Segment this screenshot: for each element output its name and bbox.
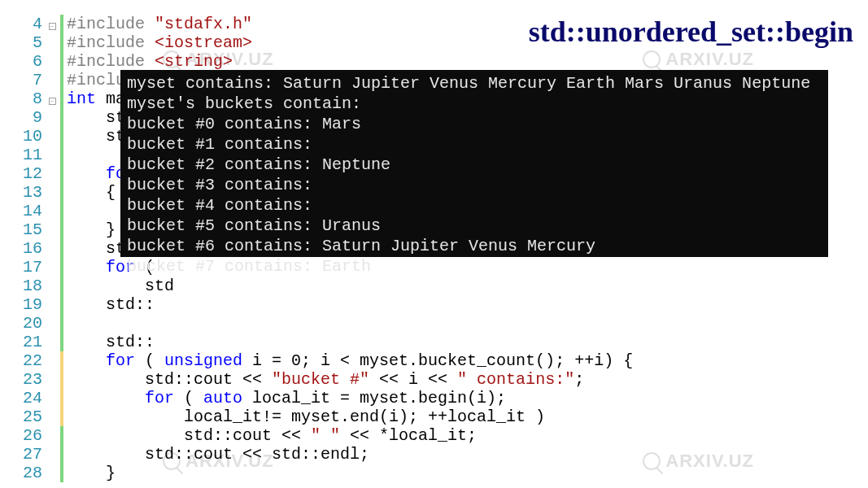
line-number: 26 xyxy=(7,426,46,445)
fold-gutter xyxy=(46,183,59,202)
line-number: 17 xyxy=(7,258,46,277)
change-margin xyxy=(60,426,63,445)
line-number: 27 xyxy=(7,445,46,464)
change-margin xyxy=(60,370,63,389)
line-number: 19 xyxy=(7,295,46,314)
line-number: 4 xyxy=(7,15,46,33)
line-number: 15 xyxy=(7,220,46,239)
code-line: 19 std:: xyxy=(7,295,861,314)
line-number: 24 xyxy=(7,389,46,407)
change-margin xyxy=(60,127,63,146)
change-margin xyxy=(60,89,63,108)
line-number: 12 xyxy=(7,164,46,183)
change-margin xyxy=(60,52,63,71)
code-content: { xyxy=(67,183,116,202)
change-margin xyxy=(60,183,63,202)
code-content: std:: xyxy=(67,333,155,351)
fold-gutter xyxy=(46,33,59,52)
code-line: 23 std::cout << "bucket #" << i << " con… xyxy=(7,370,861,389)
fold-minus-icon[interactable]: − xyxy=(49,98,56,105)
line-number: 25 xyxy=(7,407,46,426)
change-margin xyxy=(60,71,63,89)
line-number: 14 xyxy=(7,202,46,220)
change-margin xyxy=(60,146,63,164)
change-margin xyxy=(60,15,63,33)
change-margin xyxy=(60,314,63,333)
fold-gutter xyxy=(46,202,59,220)
line-number: 6 xyxy=(7,52,46,71)
change-margin xyxy=(60,108,63,127)
fold-gutter xyxy=(46,146,59,164)
console-output: myset contains: Saturn Jupiter Venus Mer… xyxy=(120,70,828,257)
fold-gutter xyxy=(46,52,59,71)
code-content: local_it!= myset.end(i); ++local_it ) xyxy=(67,407,545,426)
fold-gutter xyxy=(46,426,59,445)
change-margin xyxy=(60,164,63,183)
code-line: 25 local_it!= myset.end(i); ++local_it ) xyxy=(7,407,861,426)
line-number: 16 xyxy=(7,239,46,258)
change-margin xyxy=(60,445,63,464)
change-margin xyxy=(60,202,63,220)
code-line: 22 for ( unsigned i = 0; i < myset.bucke… xyxy=(7,351,861,370)
change-margin xyxy=(60,220,63,239)
fold-gutter xyxy=(46,277,59,295)
fold-gutter xyxy=(46,351,59,370)
change-margin xyxy=(60,407,63,426)
fold-gutter xyxy=(46,445,59,464)
fold-gutter xyxy=(46,71,59,89)
change-margin xyxy=(60,277,63,295)
fold-gutter: − xyxy=(46,89,59,108)
fold-gutter xyxy=(46,295,59,314)
change-margin xyxy=(60,239,63,258)
fold-gutter xyxy=(46,333,59,351)
code-content: std:: xyxy=(67,295,155,314)
line-number: 10 xyxy=(7,127,46,146)
code-line: 21 std:: xyxy=(7,333,861,351)
code-line: 26 std::cout << " " << *local_it; xyxy=(7,426,861,445)
fold-gutter xyxy=(46,464,59,482)
fold-minus-icon[interactable]: − xyxy=(49,23,56,30)
code-content: std::cout << std::endl; xyxy=(67,445,369,464)
code-line: 24 for ( auto local_it = myset.begin(i); xyxy=(7,389,861,407)
code-content: #include "stdafx.h" xyxy=(67,15,252,33)
code-line: 27 std::cout << std::endl; xyxy=(7,445,861,464)
change-margin xyxy=(60,351,63,370)
code-content: } xyxy=(67,464,116,482)
code-content: std::cout << " " << *local_it; xyxy=(67,426,477,445)
line-number: 18 xyxy=(7,277,46,295)
line-number: 23 xyxy=(7,370,46,389)
fold-gutter: − xyxy=(46,15,59,33)
line-number: 21 xyxy=(7,333,46,351)
change-margin xyxy=(60,333,63,351)
fold-gutter xyxy=(46,164,59,183)
fold-gutter xyxy=(46,220,59,239)
code-content: std::cout << "bucket #" << i << " contai… xyxy=(67,370,584,389)
line-number: 8 xyxy=(7,89,46,108)
line-number: 11 xyxy=(7,146,46,164)
code-line: 18 std xyxy=(7,277,861,295)
code-content: } xyxy=(67,220,116,239)
code-content: #include <string> xyxy=(67,52,233,71)
code-line: 28 } xyxy=(7,464,861,482)
fold-gutter xyxy=(46,314,59,333)
fold-gutter xyxy=(46,370,59,389)
line-number: 28 xyxy=(7,464,46,482)
code-line: 6#include <string> xyxy=(7,52,861,71)
change-margin xyxy=(60,464,63,482)
change-margin xyxy=(60,295,63,314)
code-content: #include <iostream> xyxy=(67,33,252,52)
change-margin xyxy=(60,258,63,277)
fold-gutter xyxy=(46,108,59,127)
line-number: 5 xyxy=(7,33,46,52)
fold-gutter xyxy=(46,239,59,258)
line-number: 20 xyxy=(7,314,46,333)
code-content: for ( auto local_it = myset.begin(i); xyxy=(67,389,506,407)
fold-gutter xyxy=(46,127,59,146)
fold-gutter xyxy=(46,407,59,426)
line-number: 13 xyxy=(7,183,46,202)
code-content: std xyxy=(67,277,174,295)
code-line: 20 xyxy=(7,314,861,333)
line-number: 7 xyxy=(7,71,46,89)
line-number: 9 xyxy=(7,108,46,127)
page-title: std::unordered_set::begin xyxy=(529,15,853,49)
